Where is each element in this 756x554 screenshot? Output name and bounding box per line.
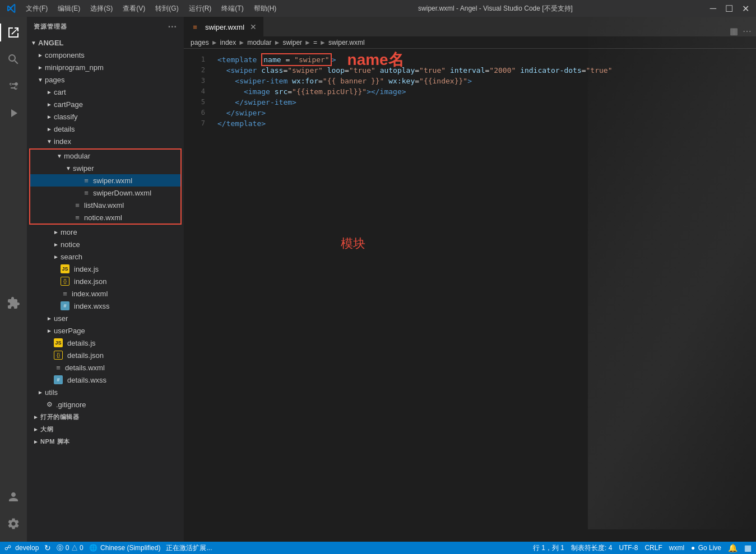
editor-tab-active[interactable]: ≡ swiper.wxml ✕ <box>184 17 263 36</box>
open-editors-header[interactable]: ► 打开的编辑器 <box>27 411 184 423</box>
tree-modular[interactable]: ▼ modular <box>30 150 180 162</box>
tok-val: "true" <box>586 65 613 76</box>
more-editor-icon[interactable]: ⋯ <box>743 26 752 36</box>
components-label: components <box>45 51 85 59</box>
sidebar-header: 资源管理器 ⋯ <box>27 17 184 36</box>
tree-components[interactable]: ► components <box>27 49 184 61</box>
bc-index[interactable]: index <box>220 39 236 46</box>
code-line-2: <swiper class = "swiper" loop = "true" a… <box>217 65 756 76</box>
tree-swiper-wxml[interactable]: ► ≡ swiper.wxml <box>30 174 180 187</box>
tree-details-wxml[interactable]: ► ≡ details.wxml <box>27 361 184 374</box>
tree-gitignore[interactable]: ► ⚙ .gitignore <box>27 398 184 411</box>
broadcast-icon: ● <box>691 544 695 552</box>
tree-index-js[interactable]: ► JS index.js <box>27 263 184 275</box>
run-icon[interactable] <box>0 100 27 127</box>
status-line-ending[interactable]: CRLF <box>644 544 662 552</box>
tree-notice[interactable]: ► notice <box>27 238 184 250</box>
sidebar-actions[interactable]: ⋯ <box>168 21 177 32</box>
tree-details-js[interactable]: ► JS details.js <box>27 337 184 349</box>
npm-scripts-header[interactable]: ► NPM 脚本 <box>27 435 184 448</box>
tree-utils[interactable]: ► utils <box>27 386 184 398</box>
status-go-live[interactable]: ● Go Live <box>691 544 721 552</box>
editor-actions[interactable]: ▦ ⋯ <box>730 26 756 36</box>
status-sync[interactable]: ↻ <box>44 543 51 552</box>
tab-close-button[interactable]: ✕ <box>250 22 257 31</box>
menu-edit[interactable]: 编辑(E) <box>53 3 85 15</box>
json-icon: {} <box>61 277 69 286</box>
split-editor-icon[interactable]: ▦ <box>730 26 738 36</box>
status-notifications[interactable]: 🔔 <box>728 543 738 552</box>
bc-modular[interactable]: modular <box>247 39 271 46</box>
menu-view[interactable]: 查看(V) <box>118 3 150 15</box>
tok-tag-template-close: </template> <box>217 118 266 129</box>
outline-header[interactable]: ► 大纲 <box>27 423 184 435</box>
bc-pages[interactable]: pages <box>191 39 209 46</box>
tree-cart[interactable]: ► cart <box>27 86 184 98</box>
status-encoding[interactable]: UTF-8 <box>619 544 638 552</box>
code-line-4: <image src = "{{item.picUrl}}" ></image> <box>217 86 756 97</box>
tree-swiperdown-wxml[interactable]: ► ≡ swiperDown.wxml <box>30 187 180 199</box>
status-activating[interactable]: 正在激活扩展... <box>166 543 212 553</box>
tree-notice-wxml[interactable]: ► ≡ notice.wxml <box>30 211 180 224</box>
status-branch[interactable]: ☍ develop <box>4 544 39 552</box>
tree-classify[interactable]: ► classify <box>27 110 184 123</box>
tree-pages[interactable]: ▼ pages <box>27 73 184 86</box>
tree-userpage[interactable]: ► userPage <box>27 324 184 337</box>
tree-index-wxml[interactable]: ► ≡ index.wxml <box>27 287 184 300</box>
menu-select[interactable]: 选择(S) <box>86 3 117 15</box>
menu-run[interactable]: 运行(R) <box>184 3 216 15</box>
tree-swiper[interactable]: ▼ swiper <box>30 162 180 174</box>
extensions-icon[interactable] <box>0 292 27 319</box>
tok-tag-swiper-item: <swiper-item <box>235 76 292 86</box>
code-line-7: </template> <box>217 118 756 129</box>
tab-bar: ≡ swiper.wxml ✕ ▦ ⋯ <box>184 17 756 36</box>
tree-details-wxss[interactable]: ► # details.wxss <box>27 374 184 386</box>
tree-listnav-wxml[interactable]: ► ≡ listNav.wxml <box>30 199 180 211</box>
tree-more[interactable]: ► more <box>27 226 184 238</box>
file-icon-xml3: ≡ <box>73 201 82 210</box>
code-line-1: <template name = "swiper" > name名 <box>217 54 756 65</box>
tree-miniprogram-npm[interactable]: ► miniprogram_npm <box>27 61 184 73</box>
new-file-icon[interactable]: ⋯ <box>168 21 177 32</box>
tree-search[interactable]: ► search <box>27 250 184 263</box>
close-button[interactable]: ✕ <box>742 3 749 14</box>
tree-index-wxss[interactable]: ► # index.wxss <box>27 300 184 312</box>
code-content[interactable]: <template name = "swiper" > name名 <swipe… <box>212 49 756 542</box>
tree-user[interactable]: ► user <box>27 312 184 324</box>
menu-goto[interactable]: 转到(G) <box>151 3 183 15</box>
menu-help[interactable]: 帮助(H) <box>249 3 281 15</box>
tree-details[interactable]: ► details <box>27 123 184 135</box>
tree-index-json[interactable]: ► {} index.json <box>27 275 184 287</box>
code-editor: 1 2 3 4 5 6 7 <template name = "swiper" <box>184 49 756 542</box>
arrow-icon: ► <box>45 326 54 335</box>
accounts-icon[interactable] <box>0 483 27 510</box>
search-activity-icon[interactable] <box>0 46 27 73</box>
status-errors[interactable]: ⓪ 0 △ 0 <box>57 543 83 553</box>
more-label: more <box>61 228 77 236</box>
tree-index[interactable]: ▼ index <box>27 135 184 147</box>
menu-bar[interactable]: 文件(F) 编辑(E) 选择(S) 查看(V) 转到(G) 运行(R) 终端(T… <box>21 3 281 15</box>
tree-details-json[interactable]: ► {} details.json <box>27 349 184 361</box>
arrow-icon: ► <box>31 437 40 446</box>
source-control-icon[interactable] <box>0 73 27 100</box>
sidebar-title: 资源管理器 <box>34 22 67 31</box>
status-layout[interactable]: ▦ <box>744 543 752 552</box>
status-position[interactable]: 行 1，列 1 <box>533 543 564 553</box>
file-icon-xml: ≡ <box>82 176 91 185</box>
minimize-button[interactable]: ─ <box>710 3 716 14</box>
settings-icon[interactable] <box>0 510 27 537</box>
status-language[interactable]: 🌐 Chinese (Simplified) <box>89 544 161 552</box>
arrow-icon: ▼ <box>55 151 64 160</box>
maximize-button[interactable]: ☐ <box>725 3 733 14</box>
explorer-icon[interactable] <box>0 19 27 46</box>
window-controls[interactable]: ─ ☐ ✕ <box>710 3 749 14</box>
bc-swiper[interactable]: swiper <box>282 39 302 46</box>
tree-cartpage[interactable]: ► cartPage <box>27 98 184 110</box>
tree-root-angel[interactable]: ▼ ANGEL <box>27 36 184 49</box>
menu-file[interactable]: 文件(F) <box>21 3 52 15</box>
status-tab-size[interactable]: 制表符长度: 4 <box>571 543 612 553</box>
menu-terminal[interactable]: 终端(T) <box>217 3 248 15</box>
status-file-type[interactable]: wxml <box>669 544 684 552</box>
annotation-name-label: name名 <box>347 54 404 65</box>
arrow-icon: ► <box>36 63 45 72</box>
